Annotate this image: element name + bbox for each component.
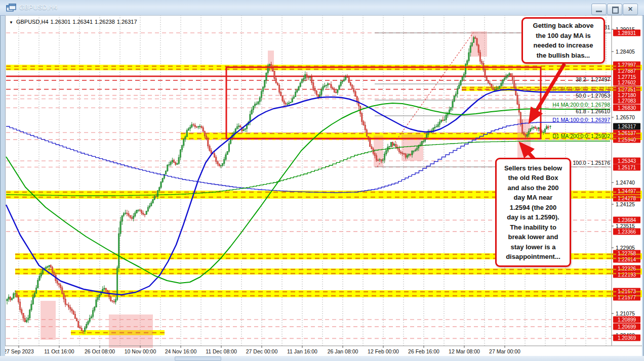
svg-text:26 Oct 08:00: 26 Oct 08:00 <box>85 348 115 354</box>
svg-text:11 Dec 08:00: 11 Dec 08:00 <box>206 348 237 354</box>
svg-text:1.27083: 1.27083 <box>618 98 636 104</box>
chart-window-icon <box>6 4 16 12</box>
window-titlebar: GBPUSD,H4 ✕ <box>0 0 644 16</box>
svg-text:1.26830: 1.26830 <box>618 105 636 111</box>
svg-text:27 Sep 2023: 27 Sep 2023 <box>5 348 34 354</box>
annotation-bullish-bias[interactable]: Getting back above the 100 day MA is nee… <box>521 17 605 64</box>
svg-text:1.23366: 1.23366 <box>618 229 636 235</box>
svg-text:1.24278: 1.24278 <box>618 196 636 201</box>
svg-text:1.21075: 1.21075 <box>616 310 635 317</box>
svg-text:1.24740: 1.24740 <box>616 179 635 186</box>
svg-text:26 Feb 16:00: 26 Feb 16:00 <box>408 348 439 354</box>
svg-text:1.27180: 1.27180 <box>618 93 636 98</box>
svg-text:1.22905: 1.22905 <box>616 245 635 251</box>
svg-text:11 Oct 16:00: 11 Oct 16:00 <box>44 348 74 354</box>
svg-text:1.20369: 1.20369 <box>618 335 636 341</box>
svg-text:24 Nov 16:00: 24 Nov 16:00 <box>165 348 197 354</box>
svg-text:27 Mar 00:00: 27 Mar 00:00 <box>489 348 520 354</box>
svg-text:1.22758: 1.22758 <box>618 251 636 256</box>
scrollbar-thumb[interactable] <box>175 356 221 361</box>
minimize-icon <box>596 11 602 12</box>
svg-text:1.26570: 1.26570 <box>616 114 635 120</box>
svg-text:1.27602: 1.27602 <box>618 80 636 85</box>
svg-text:1.24497: 1.24497 <box>618 189 636 194</box>
svg-text:1.24125: 1.24125 <box>616 201 635 207</box>
restore-button[interactable] <box>607 4 622 15</box>
svg-text:27 Dec 00:00: 27 Dec 00:00 <box>246 348 278 354</box>
restore-icon <box>612 7 619 14</box>
svg-text:26 Jan 08:00: 26 Jan 08:00 <box>328 348 358 354</box>
close-icon: ✕ <box>623 4 637 15</box>
svg-text:1.23684: 1.23684 <box>618 217 636 223</box>
minimize-button[interactable] <box>591 4 607 15</box>
svg-text:1.22614: 1.22614 <box>618 257 636 262</box>
window-title: GBPUSD,H4 <box>19 4 57 11</box>
svg-text:1.25171: 1.25171 <box>618 165 636 170</box>
svg-text:12 Mar 08:00: 12 Mar 08:00 <box>449 348 480 354</box>
svg-text:1.26317: 1.26317 <box>618 124 636 129</box>
svg-text:11 Jan 16:00: 11 Jan 16:00 <box>287 348 317 354</box>
svg-text:10 Nov 00:00: 10 Nov 00:00 <box>125 348 156 354</box>
application-window: GBPUSD,H4 ✕ 1.290151.284051.265701.24740… <box>0 0 644 361</box>
svg-text:1.28405: 1.28405 <box>616 49 635 55</box>
time-axis: 27 Sep 202311 Oct 16:0026 Oct 08:0010 No… <box>5 346 520 354</box>
svg-text:1.28931: 1.28931 <box>618 30 636 36</box>
chart-area: 1.290151.284051.265701.247401.241251.235… <box>5 15 642 356</box>
svg-text:1.23515: 1.23515 <box>616 223 635 229</box>
svg-text:1.22326: 1.22326 <box>618 266 636 272</box>
svg-text:1.25343: 1.25343 <box>618 158 636 164</box>
svg-text:1.25940: 1.25940 <box>618 137 636 143</box>
red-box <box>226 67 541 139</box>
svg-text:1.20899: 1.20899 <box>618 317 636 323</box>
svg-text:1.20699: 1.20699 <box>618 324 636 330</box>
svg-text:12 Feb 00:00: 12 Feb 00:00 <box>368 348 399 354</box>
annotation-sellers[interactable]: Sellers tries below the old Red Box and … <box>495 158 571 267</box>
horizontal-scrollbar[interactable] <box>0 356 644 361</box>
close-button[interactable]: ✕ <box>623 4 638 15</box>
svg-text:1.27715: 1.27715 <box>618 74 636 80</box>
svg-text:1.22193: 1.22193 <box>618 272 636 278</box>
